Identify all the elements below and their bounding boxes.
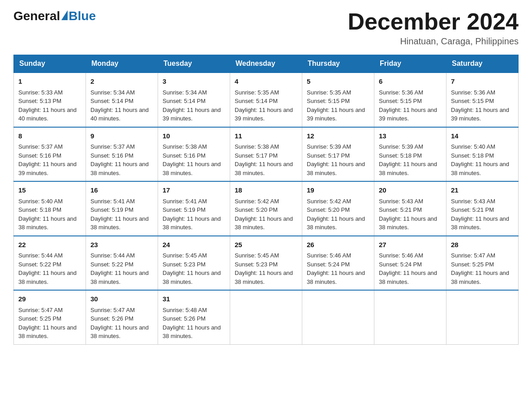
sunrise-text: Sunrise: 5:41 AM — [163, 198, 207, 205]
sunrise-text: Sunrise: 5:36 AM — [379, 89, 423, 96]
header-friday: Friday — [374, 55, 446, 73]
header-wednesday: Wednesday — [230, 55, 302, 73]
sunset-text: Sunset: 5:19 PM — [163, 206, 206, 213]
daylight-text: Daylight: 11 hours and 38 minutes. — [235, 161, 293, 176]
sunrise-text: Sunrise: 5:36 AM — [451, 89, 495, 96]
sunrise-text: Sunrise: 5:37 AM — [18, 143, 63, 150]
table-row: 27 Sunrise: 5:46 AM Sunset: 5:24 PM Dayl… — [374, 236, 446, 291]
calendar-week-row: 22 Sunrise: 5:44 AM Sunset: 5:22 PM Dayl… — [14, 236, 519, 291]
day-number: 30 — [90, 294, 153, 304]
daylight-text: Daylight: 11 hours and 38 minutes. — [379, 161, 437, 176]
sunset-text: Sunset: 5:24 PM — [307, 261, 350, 268]
day-number: 24 — [163, 240, 225, 250]
daylight-text: Daylight: 11 hours and 38 minutes. — [235, 270, 293, 285]
table-row: 23 Sunrise: 5:44 AM Sunset: 5:22 PM Dayl… — [86, 236, 158, 291]
day-number: 3 — [163, 77, 225, 87]
sunrise-text: Sunrise: 5:47 AM — [18, 307, 63, 313]
sunrise-text: Sunrise: 5:39 AM — [307, 143, 351, 150]
table-row: 12 Sunrise: 5:39 AM Sunset: 5:17 PM Dayl… — [302, 127, 374, 182]
table-row: 17 Sunrise: 5:41 AM Sunset: 5:19 PM Dayl… — [158, 181, 230, 236]
sunrise-text: Sunrise: 5:42 AM — [307, 198, 351, 205]
table-row: 24 Sunrise: 5:45 AM Sunset: 5:23 PM Dayl… — [158, 236, 230, 291]
calendar-table: Sunday Monday Tuesday Wednesday Thursday… — [13, 55, 519, 345]
sunset-text: Sunset: 5:23 PM — [163, 261, 206, 268]
day-number: 23 — [90, 240, 153, 250]
day-number: 17 — [163, 185, 225, 196]
sunset-text: Sunset: 5:21 PM — [451, 206, 494, 213]
day-number: 31 — [163, 294, 225, 304]
daylight-text: Daylight: 11 hours and 39 minutes. — [235, 107, 293, 122]
sunset-text: Sunset: 5:22 PM — [18, 261, 61, 268]
location-text: Hinatuan, Caraga, Philippines — [348, 36, 519, 47]
sunset-text: Sunset: 5:17 PM — [307, 152, 350, 159]
sunset-text: Sunset: 5:25 PM — [18, 315, 61, 322]
daylight-text: Daylight: 11 hours and 40 minutes. — [18, 107, 77, 122]
daylight-text: Daylight: 11 hours and 39 minutes. — [18, 161, 77, 176]
day-number: 6 — [379, 77, 442, 87]
sunrise-text: Sunrise: 5:45 AM — [235, 252, 279, 259]
daylight-text: Daylight: 11 hours and 39 minutes. — [451, 107, 509, 122]
sunrise-text: Sunrise: 5:43 AM — [379, 198, 423, 205]
month-title: December 2024 — [348, 9, 519, 34]
day-number: 19 — [307, 185, 369, 196]
sunset-text: Sunset: 5:14 PM — [235, 98, 278, 104]
daylight-text: Daylight: 11 hours and 38 minutes. — [451, 161, 509, 176]
table-row: 25 Sunrise: 5:45 AM Sunset: 5:23 PM Dayl… — [230, 236, 302, 291]
table-row: 10 Sunrise: 5:38 AM Sunset: 5:16 PM Dayl… — [158, 127, 230, 182]
calendar-week-row: 1 Sunrise: 5:33 AM Sunset: 5:13 PM Dayli… — [14, 73, 519, 127]
sunrise-text: Sunrise: 5:46 AM — [307, 252, 351, 259]
daylight-text: Daylight: 11 hours and 38 minutes. — [18, 270, 77, 285]
day-number: 4 — [235, 77, 297, 87]
day-number: 12 — [307, 131, 369, 141]
header-saturday: Saturday — [446, 55, 519, 73]
sunrise-text: Sunrise: 5:47 AM — [90, 307, 135, 313]
day-number: 18 — [235, 185, 297, 196]
table-row: 16 Sunrise: 5:41 AM Sunset: 5:19 PM Dayl… — [86, 181, 158, 236]
sunset-text: Sunset: 5:17 PM — [235, 152, 278, 159]
daylight-text: Daylight: 11 hours and 39 minutes. — [307, 107, 365, 122]
table-row — [302, 290, 374, 344]
sunrise-text: Sunrise: 5:43 AM — [451, 198, 495, 205]
daylight-text: Daylight: 11 hours and 38 minutes. — [90, 270, 149, 285]
sunset-text: Sunset: 5:23 PM — [235, 261, 278, 268]
table-row: 20 Sunrise: 5:43 AM Sunset: 5:21 PM Dayl… — [374, 181, 446, 236]
sunset-text: Sunset: 5:19 PM — [90, 206, 133, 213]
table-row: 18 Sunrise: 5:42 AM Sunset: 5:20 PM Dayl… — [230, 181, 302, 236]
sunset-text: Sunset: 5:15 PM — [307, 98, 350, 104]
sunrise-text: Sunrise: 5:34 AM — [163, 89, 207, 96]
daylight-text: Daylight: 11 hours and 38 minutes. — [18, 215, 77, 231]
sunset-text: Sunset: 5:20 PM — [235, 206, 278, 213]
calendar-week-row: 15 Sunrise: 5:40 AM Sunset: 5:18 PM Dayl… — [14, 181, 519, 236]
sunrise-text: Sunrise: 5:44 AM — [18, 252, 63, 259]
sunset-text: Sunset: 5:16 PM — [18, 152, 61, 159]
daylight-text: Daylight: 11 hours and 38 minutes. — [90, 161, 149, 176]
table-row: 22 Sunrise: 5:44 AM Sunset: 5:22 PM Dayl… — [14, 236, 86, 291]
table-row: 14 Sunrise: 5:40 AM Sunset: 5:18 PM Dayl… — [446, 127, 519, 182]
sunset-text: Sunset: 5:25 PM — [451, 261, 494, 268]
sunset-text: Sunset: 5:21 PM — [379, 206, 422, 213]
day-number: 5 — [307, 77, 369, 87]
day-number: 7 — [451, 77, 514, 87]
page-header: General Blue December 2024 Hinatuan, Car… — [13, 9, 519, 47]
sunrise-text: Sunrise: 5:35 AM — [235, 89, 279, 96]
logo: General Blue — [13, 9, 96, 23]
sunset-text: Sunset: 5:18 PM — [379, 152, 422, 159]
table-row: 8 Sunrise: 5:37 AM Sunset: 5:16 PM Dayli… — [14, 127, 86, 182]
day-number: 14 — [451, 131, 514, 141]
sunrise-text: Sunrise: 5:40 AM — [451, 143, 495, 150]
title-section: December 2024 Hinatuan, Caraga, Philippi… — [348, 9, 519, 47]
daylight-text: Daylight: 11 hours and 38 minutes. — [307, 215, 365, 231]
calendar-week-row: 29 Sunrise: 5:47 AM Sunset: 5:25 PM Dayl… — [14, 290, 519, 344]
daylight-text: Daylight: 11 hours and 38 minutes. — [18, 324, 77, 340]
daylight-text: Daylight: 11 hours and 39 minutes. — [163, 107, 221, 122]
table-row: 29 Sunrise: 5:47 AM Sunset: 5:25 PM Dayl… — [14, 290, 86, 344]
daylight-text: Daylight: 11 hours and 38 minutes. — [379, 215, 437, 231]
day-number: 20 — [379, 185, 442, 196]
table-row: 9 Sunrise: 5:37 AM Sunset: 5:16 PM Dayli… — [86, 127, 158, 182]
day-number: 9 — [90, 131, 153, 141]
sunset-text: Sunset: 5:15 PM — [451, 98, 494, 104]
logo-general-text: General — [13, 9, 60, 23]
table-row: 3 Sunrise: 5:34 AM Sunset: 5:14 PM Dayli… — [158, 73, 230, 127]
logo-blue-text: Blue — [69, 9, 96, 23]
header-sunday: Sunday — [14, 55, 86, 73]
